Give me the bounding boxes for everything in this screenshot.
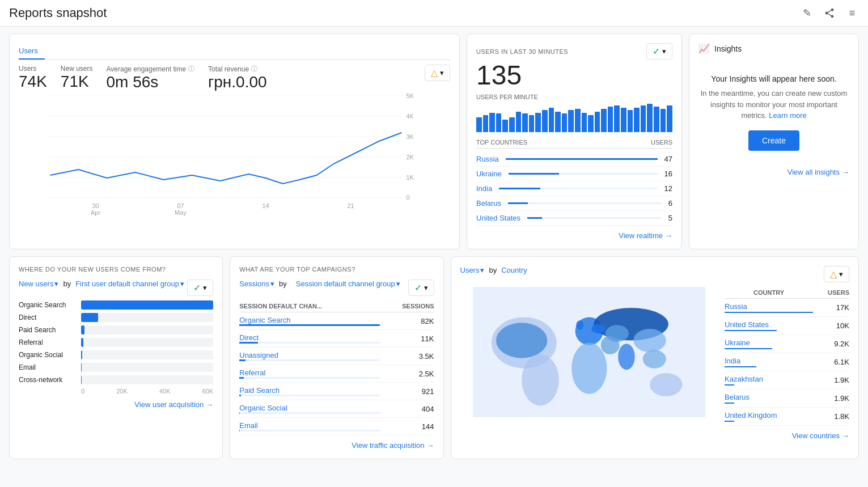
acquisition-filter-metric[interactable]: New users ▾ [19,280,58,288]
list-item: United States 10K [725,317,849,335]
engagement-info-icon[interactable]: ⓘ [188,65,194,73]
hbar-track [81,300,213,310]
realtime-selector-btn[interactable]: ✓ ▾ [646,43,672,60]
camp-check-icon: ✓ [414,282,422,293]
create-insights-button[interactable]: Create [748,130,799,151]
map-filter-group[interactable]: Country [501,266,527,274]
view-traffic-acquisition-link[interactable]: View traffic acquisition → [239,441,434,450]
hbar-label: Paid Search [19,326,56,334]
view-user-acquisition-link[interactable]: View user acquisition → [19,400,213,409]
view-all-insights-link[interactable]: View all insights → [698,168,849,176]
view-realtime-link[interactable]: View realtime → [476,231,672,240]
svg-text:4K: 4K [407,113,414,120]
users-label: USERS [651,139,672,146]
map-card: Users ▾ by Country △ ▾ [451,256,859,459]
view-countries-link[interactable]: View countries → [460,431,850,440]
camp-name[interactable]: Paid Search [239,386,280,395]
map-layout: COUNTRY USERS Russia 17K United States 1… [460,287,850,426]
realtime-count: 135 [476,62,672,89]
mini-bar-chart [476,104,672,132]
share-icon[interactable] [823,6,836,20]
hbar-row: Paid Search [81,325,213,334]
map-country-name[interactable]: United Kingdom [725,411,777,420]
camp-name[interactable]: Email [239,421,258,430]
hbar-fill [81,300,213,310]
hbar-fill [81,350,82,359]
country-name[interactable]: United States [476,214,520,222]
map-country-name[interactable]: Ukraine [725,338,750,347]
list-item: Kazakhstan 1.9K [725,371,849,389]
table-row: Email 144 [239,418,434,435]
mini-bar-item [476,117,482,132]
campaigns-filter-by: by [279,280,287,288]
map-country-name[interactable]: Belarus [725,393,750,401]
compare-button[interactable]: △ ▾ [425,65,450,81]
map-compare-btn[interactable]: △ ▾ [824,266,849,282]
acquisition-filter-group[interactable]: First user default channel group ▾ [75,280,184,288]
insights-title: Insights [714,44,742,53]
world-map-area [460,287,718,426]
camp-name[interactable]: Referral [239,369,265,377]
revenue-info-icon[interactable]: ⓘ [251,65,257,73]
acquisition-filter-row: New users ▾ by First user default channe… [19,280,213,296]
campaigns-filter-group[interactable]: Session default channel group ▾ [296,280,400,288]
camp-sessions: 11K [380,330,434,348]
svg-text:3K: 3K [407,133,414,140]
acq-selector-arrow: ▾ [203,283,207,292]
map-country-tbody: Russia 17K United States 10K Ukraine 9.2… [725,299,849,426]
campaigns-filter-metric[interactable]: Sessions ▾ [239,280,274,288]
acquisition-compare-btn[interactable]: ✓ ▾ [187,280,213,296]
bottom-row: WHERE DO YOUR NEW USERS COME FROM? New u… [9,256,859,459]
campaigns-filter-row: Sessions ▾ by Session default channel gr… [239,280,434,296]
map-country-name[interactable]: United States [725,320,769,329]
metric-new-users-value: 71K [61,73,93,91]
mini-bar-item [555,112,561,132]
mini-bar-item [535,113,541,132]
country-count: 6 [668,199,672,207]
camp-name[interactable]: Direct [239,333,259,342]
mini-bar-item [575,109,581,132]
camp-name[interactable]: Unassigned [239,351,278,359]
hbar-track [81,350,213,359]
svg-text:14: 14 [262,202,269,209]
country-row: Russia 47 [476,152,672,167]
camp-selector-arrow: ▾ [424,283,428,292]
insights-trend-icon: 📈 [698,43,710,54]
customize-icon[interactable]: ≡ [845,6,859,20]
map-country-name[interactable]: Kazakhstan [725,375,763,383]
hbar-label: Direct [19,314,36,321]
map-filter-metric[interactable]: Users ▾ [460,266,485,274]
country-name[interactable]: India [476,184,492,193]
acquisition-card: WHERE DO YOUR NEW USERS COME FROM? New u… [9,256,223,459]
warning-icon: △ [431,67,438,78]
country-name[interactable]: Ukraine [476,170,502,178]
learn-more-link[interactable]: Learn more [769,111,806,120]
country-row: Belarus 6 [476,196,672,211]
hbar-track [81,363,213,372]
mini-bar-item [529,115,535,132]
map-country-name[interactable]: India [725,357,740,365]
campaigns-filter: Sessions ▾ by Session default channel gr… [239,280,400,288]
list-item: India 6.1K [725,353,849,371]
camp-bar-wrap [239,395,380,396]
camp-sessions: 3.5K [380,348,434,365]
svg-point-31 [496,323,547,358]
hbar-row: Email [81,363,213,372]
list-item: Russia 17K [725,299,849,317]
country-name[interactable]: Russia [476,155,499,163]
camp-name[interactable]: Organic Search [239,316,290,324]
country-count: 16 [664,170,672,178]
map-country-value: 17K [813,299,849,317]
country-name[interactable]: Belarus [476,199,501,207]
campaigns-table-body: Organic Search 82K Direct 11K Unassigned… [239,312,434,435]
campaigns-compare-btn[interactable]: ✓ ▾ [408,280,434,296]
mini-bar-item [621,108,626,132]
top-countries-label: TOP COUNTRIES [476,139,527,146]
camp-name[interactable]: Organic Social [239,404,287,412]
hbar-label: Organic Search [19,301,66,309]
edit-icon[interactable]: ✎ [800,6,814,20]
map-country-name[interactable]: Russia [725,302,747,311]
compare-btn-arrow: ▾ [440,69,444,77]
tab-users[interactable]: Users [19,43,45,60]
country-bar-wrap [499,188,657,189]
